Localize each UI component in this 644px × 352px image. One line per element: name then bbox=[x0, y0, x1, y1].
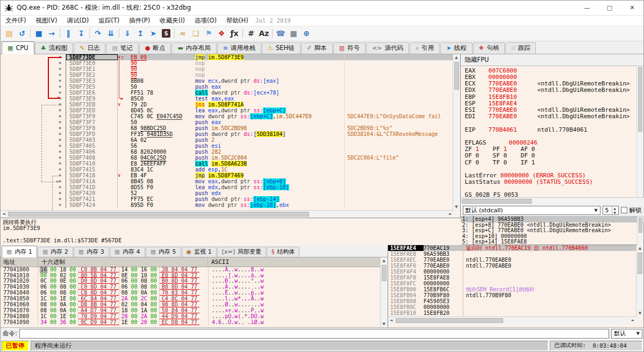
tab-笔记[interactable]: ▤笔记 bbox=[106, 42, 138, 54]
argument-row[interactable]: 1: [esp+4] 96A59BB3 bbox=[461, 217, 644, 222]
breakpoint-dot-icon[interactable]: ● bbox=[54, 102, 66, 107]
stack-row[interactable]: 15E8FAF0770EABE0ntdll.770EABE0 bbox=[388, 263, 643, 269]
tab-句柄[interactable]: ❖句柄 bbox=[473, 42, 505, 54]
disasm-row[interactable]: ●5D8F742052push edx bbox=[1, 190, 454, 196]
disasm-row[interactable]: ●5D8F7424895D F0mov dword ptr ss:[ebp-10… bbox=[1, 202, 454, 208]
menu-item-o[interactable]: 选项(O) bbox=[190, 16, 221, 26]
stack-row[interactable]: 15E8FAEC770EABE0ntdll.770EABE0 bbox=[388, 257, 643, 263]
disasm-row[interactable]: ●5D8F7410E8 26EEFAFFcall im.5D8A623B bbox=[1, 161, 454, 167]
restart-icon[interactable]: ↺ bbox=[16, 27, 28, 40]
hash-icon[interactable]: # bbox=[245, 27, 257, 40]
registers-list[interactable]: EAX007C6000EBX00000000ECX770EABE0<ntdll.… bbox=[461, 66, 643, 197]
arguments-vertical-scrollbar[interactable] bbox=[637, 217, 643, 245]
maximize-button[interactable]: □ bbox=[598, 1, 621, 16]
disasm-row[interactable]: ●5D8F73ED8D45 0Clea eax,dword ptr ss:[eb… bbox=[1, 107, 454, 113]
disasm-row[interactable]: ●5D8F74036A 02push 2 bbox=[1, 137, 454, 143]
disasm-row[interactable]: ●5D8F741583C4 1Cadd esp,1C bbox=[1, 167, 454, 173]
disasm-row[interactable]: ●5D8F7421FF75 ECpush dword ptr ss:[ebp-1… bbox=[1, 196, 454, 202]
calling-convention-select[interactable]: 默认 (stdcall)▼ bbox=[463, 206, 600, 215]
stack-row[interactable]: 15E8FB0C00000000 bbox=[388, 304, 643, 310]
dump-row[interactable]: 7704100016 00 18 00C0 8B 04 7714 00 16 0… bbox=[1, 267, 388, 273]
breakpoint-dot-icon[interactable]: ● bbox=[54, 78, 66, 84]
menu-item-t[interactable]: 追踪(T) bbox=[94, 16, 124, 26]
registers-vertical-scrollbar[interactable] bbox=[636, 66, 643, 197]
disasm-row[interactable]: ●5D8F741D8D55 F0lea edx,dword ptr ss:[eb… bbox=[1, 184, 454, 190]
dump-tab-监视 1[interactable]: ◉监视 1 bbox=[182, 247, 217, 257]
breakpoint-dot-icon[interactable]: ● bbox=[54, 119, 66, 125]
breakpoint-dot-icon[interactable]: ● bbox=[54, 96, 66, 102]
command-input[interactable] bbox=[19, 329, 609, 339]
label-icon[interactable]: ⚑ bbox=[202, 27, 215, 40]
spinner-arrows-icon[interactable]: ▲▼ bbox=[612, 206, 618, 215]
breakpoint-dot-icon[interactable]: ● bbox=[54, 167, 66, 173]
breakpoint-dot-icon[interactable]: ● bbox=[54, 113, 66, 119]
dump-vertical-scrollbar[interactable]: ▲ ▼ bbox=[380, 257, 388, 327]
stack-row[interactable]: 15E8FB04770B9F80ntdll.770B9F80 bbox=[388, 292, 643, 298]
stack-row[interactable]: 15E8FB1015E8FB20 bbox=[388, 310, 643, 316]
disasm-row[interactable]: ●5D8F740668 82020000push 282 bbox=[1, 149, 454, 155]
pause-icon[interactable]: ‖ bbox=[62, 27, 75, 40]
menu-item-f[interactable]: 文件(F) bbox=[1, 16, 31, 26]
bookmark-icon[interactable]: ❖ bbox=[215, 27, 228, 40]
disasm-row[interactable]: ●5D8F740556push esi bbox=[1, 143, 454, 149]
menu-item-d[interactable]: 调试(D) bbox=[62, 16, 94, 26]
disasm-row[interactable]: ●5D8F73E3 │8B08mov ecx,dword ptr ds:[eax… bbox=[1, 78, 454, 84]
command-profile-select[interactable]: 默认▼ bbox=[611, 329, 642, 339]
disasm-row[interactable]: ●5D8F73E0 │90nop bbox=[1, 60, 454, 66]
comment-icon[interactable]: ❏ bbox=[189, 27, 202, 40]
registers-horizontal-scrollbar[interactable] bbox=[461, 197, 644, 205]
patch-icon[interactable]: ≈ bbox=[176, 27, 189, 40]
breakpoint-dot-icon[interactable]: ● bbox=[54, 161, 66, 167]
dump-tab-内存 3[interactable]: ▦内存 3 bbox=[74, 247, 109, 257]
disasm-row[interactable]: ●5D8F73EB∨79 2Djns im.5D8F741A bbox=[1, 102, 454, 107]
disasm-row[interactable]: ●5D8F73E2 │90nop bbox=[1, 72, 454, 78]
trace-over-icon[interactable]: ⇓ bbox=[121, 27, 134, 40]
argument-count-spinner[interactable]: 5 ▲▼ bbox=[603, 206, 619, 215]
close-button[interactable]: ✕ bbox=[621, 1, 643, 16]
stack-row[interactable]: 15E8FB08F45905E3 bbox=[388, 298, 643, 304]
calculator-icon[interactable]: ▦ bbox=[287, 27, 300, 40]
unlock-checkbox[interactable] bbox=[621, 207, 627, 213]
script-s-icon[interactable]: S bbox=[160, 27, 173, 40]
dump-tab-内存 1[interactable]: ▦内存 1 bbox=[2, 246, 37, 257]
run-to-user-code-icon[interactable]: ➤ bbox=[147, 27, 160, 40]
dump-tab-内存 4[interactable]: ▦内存 4 bbox=[110, 247, 145, 257]
stack-row[interactable]: 15E8FAF815E8FAE8 bbox=[388, 275, 643, 281]
breakpoint-dot-icon[interactable]: ● bbox=[54, 149, 66, 155]
stack-row[interactable]: 15E8FB0015E8FB6C指向SEH_Record[1]的指针 bbox=[388, 286, 643, 292]
disasm-horizontal-scrollbar[interactable]: ◄ ► bbox=[1, 210, 454, 218]
tab-引用[interactable]: ⌕引用 bbox=[410, 42, 440, 54]
tab-线程[interactable]: ➤线程 bbox=[440, 42, 472, 54]
disasm-row[interactable]: ●5D8F73E6 │FF51 78call dword ptr ds:[ecx… bbox=[1, 90, 454, 96]
tab-内存布局[interactable]: ▬内存布局 bbox=[171, 42, 216, 54]
breakpoint-dot-icon[interactable]: ● bbox=[54, 66, 66, 72]
argument-row[interactable]: 5: [esp+14] 15E8FAE8 bbox=[461, 239, 644, 245]
tab-SEH链[interactable]: ⚠SEH链 bbox=[262, 42, 300, 54]
attach-icon[interactable]: ☎ bbox=[274, 27, 287, 40]
execute-till-return-icon[interactable]: ↥ bbox=[134, 27, 147, 40]
tab-断点[interactable]: ●断点 bbox=[139, 42, 171, 54]
stack-row[interactable]: 15E8FAE4770EAC19返回到 ntdll.770EAC19 自 ntd… bbox=[388, 245, 643, 251]
disasm-row[interactable]: ●5D8F73E5 │50push eax bbox=[1, 84, 454, 90]
breakpoint-dot-icon[interactable]: ● bbox=[54, 178, 66, 184]
breakpoint-dot-icon[interactable]: ● bbox=[54, 143, 66, 149]
breakpoint-dot-icon[interactable]: ● bbox=[54, 84, 66, 90]
disasm-row[interactable]: ●5D8F73F750push eax bbox=[1, 119, 454, 125]
tab-CPU[interactable]: ▦CPU bbox=[2, 41, 34, 54]
breakpoint-dot-icon[interactable]: ● bbox=[54, 155, 66, 161]
breakpoint-dot-icon[interactable]: ● bbox=[54, 196, 66, 202]
step-over-icon[interactable]: ↷ bbox=[91, 27, 104, 40]
breakpoint-dot-icon[interactable]: ● bbox=[54, 190, 66, 196]
minimize-button[interactable]: — bbox=[576, 1, 598, 16]
menu-item-p[interactable]: 插件(P) bbox=[124, 16, 155, 26]
run-icon[interactable]: → bbox=[45, 27, 58, 40]
stack-vertical-scrollbar[interactable]: ▲ ▼ bbox=[636, 245, 643, 317]
breakpoint-dot-icon[interactable]: ● bbox=[54, 60, 66, 66]
breakpoint-dot-icon[interactable]: ● bbox=[54, 173, 66, 178]
tab-符号[interactable]: ▥符号 bbox=[333, 42, 366, 54]
tab-源代码[interactable]: <>源代码 bbox=[366, 42, 409, 54]
breakpoint-dot-icon[interactable]: ● bbox=[54, 125, 66, 131]
dump-tab-局部变量[interactable]: [x=]局部变量 bbox=[217, 247, 266, 257]
tab-脚本[interactable]: ✐脚本 bbox=[301, 42, 333, 54]
disasm-row[interactable]: ●5D8F73DE∨┌EB 09jmp im.5D8F73E9 bbox=[1, 54, 454, 60]
